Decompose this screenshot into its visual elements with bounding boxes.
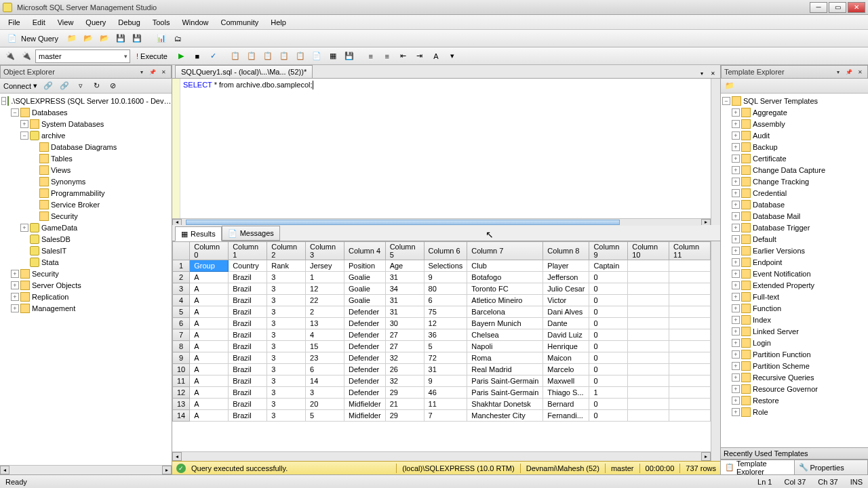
tab-list-icon[interactable]: ▾ (697, 68, 707, 78)
tb-more[interactable]: ▾ (445, 49, 460, 64)
template-item[interactable]: +Full-text (722, 291, 867, 302)
grid-cell[interactable]: 3 (267, 399, 306, 410)
table-row[interactable]: 14ABrazil35Midfielder297Manchester CityF… (173, 410, 711, 422)
menu-community[interactable]: Community (216, 17, 264, 28)
grid-cell[interactable]: 75 (424, 306, 467, 318)
grid-cell[interactable] (628, 410, 669, 422)
row-number[interactable]: 12 (173, 387, 190, 399)
grid-cell[interactable]: Chelsea (467, 329, 543, 341)
template-item[interactable]: +Endpoint (722, 256, 867, 268)
te-pin-icon[interactable]: 📌 (844, 67, 854, 77)
table-row[interactable]: 6ABrazil313Defender3012Bayern MunichDant… (173, 318, 711, 329)
grid-cell[interactable]: Dani Alves (543, 306, 589, 318)
tb-open-file[interactable]: 📂 (97, 31, 112, 46)
grid-cell[interactable]: A (190, 364, 229, 375)
template-item[interactable]: +Change Data Capture (722, 164, 867, 176)
grid-cell[interactable] (669, 364, 711, 375)
tb-open[interactable]: 📂 (81, 31, 96, 46)
template-item[interactable]: +Login (722, 337, 867, 348)
grid-cell[interactable]: Brazil (229, 318, 267, 329)
grid-cell[interactable]: 31 (424, 364, 467, 375)
tb-results-text[interactable]: 📄 (309, 49, 324, 64)
grid-cell[interactable]: 11 (424, 399, 467, 410)
scroll-left-icon[interactable]: ◂ (172, 219, 182, 226)
grid-cell[interactable]: A (190, 341, 229, 352)
editor-content[interactable]: SELECT * from archive.dbo.samplecol; (180, 79, 711, 218)
grid-cell[interactable]: 9 (424, 272, 467, 283)
template-item[interactable]: +Default (722, 233, 867, 245)
grid-cell[interactable]: Brazil (229, 399, 267, 410)
expander-icon[interactable]: + (732, 178, 740, 186)
grid-cell[interactable]: Brazil (229, 410, 267, 422)
grid-cell[interactable]: 9 (424, 375, 467, 387)
grid-cell[interactable]: 0 (589, 399, 628, 410)
grid-cell[interactable]: Brazil (229, 306, 267, 318)
expander-icon[interactable]: + (11, 281, 19, 289)
expander-icon[interactable]: − (722, 97, 730, 105)
tb-save[interactable]: 💾 (113, 31, 128, 46)
grid-cell[interactable] (628, 283, 669, 295)
grid-cell[interactable]: 13 (306, 318, 344, 329)
oe-tb-filter[interactable]: ▿ (73, 79, 88, 94)
grid-cell[interactable]: 31 (385, 306, 424, 318)
close-button[interactable]: ✕ (848, 2, 865, 13)
grid-cell[interactable]: Brazil (229, 295, 267, 306)
oe-hscroll[interactable]: ◂ ▸ (0, 465, 172, 474)
expander-icon[interactable]: + (732, 120, 740, 128)
grid-cell[interactable] (628, 341, 669, 352)
grid-cell[interactable]: Manchester City (467, 410, 543, 422)
column-header[interactable]: Column 6 (424, 242, 467, 260)
tb-new-project[interactable]: 📁 (64, 31, 79, 46)
grid-cell[interactable]: Dante (543, 318, 589, 329)
tree-security[interactable]: +Security (1, 268, 170, 279)
grid-cell[interactable] (628, 364, 669, 375)
table-row[interactable]: 7ABrazil34Defender2736ChelseaDavid Luiz0 (173, 329, 711, 341)
grid-cell[interactable]: 3 (267, 329, 306, 341)
grid-cell[interactable]: A (190, 306, 229, 318)
tb-stop[interactable]: ■ (190, 49, 205, 64)
editor-vscroll[interactable] (711, 79, 720, 225)
tb-outdent[interactable]: ⇤ (396, 49, 411, 64)
grid-cell[interactable]: 22 (306, 295, 344, 306)
grid-cell[interactable]: Age (385, 260, 424, 272)
grid-cell[interactable]: 72 (424, 352, 467, 364)
grid-cell[interactable]: Goalie (344, 295, 385, 306)
grid-cell[interactable]: 32 (385, 352, 424, 364)
tree-databases[interactable]: −Databases (1, 106, 170, 118)
tb-uncomment[interactable]: ≡ (380, 49, 395, 64)
grid-cell[interactable]: A (190, 399, 229, 410)
tb-specify-values[interactable]: A (429, 49, 443, 64)
grid-cell[interactable]: 5 (306, 410, 344, 422)
grid-cell[interactable] (669, 410, 711, 422)
grid-cell[interactable]: 3 (267, 410, 306, 422)
table-row[interactable]: 4ABrazil322Goalie316Atletico MineiroVict… (173, 295, 711, 306)
grid-cell[interactable]: 0 (589, 283, 628, 295)
grid-cell[interactable]: 31 (385, 272, 424, 283)
tree-management[interactable]: +Management (1, 302, 170, 314)
grid-cell[interactable] (628, 387, 669, 399)
te-tb-1[interactable]: 📁 (722, 79, 737, 94)
tree-replication[interactable]: +Replication (1, 291, 170, 302)
oe-pin-icon[interactable]: 📌 (148, 67, 157, 77)
column-header[interactable]: Column 5 (385, 242, 424, 260)
grid-cell[interactable]: Julio Cesar (543, 283, 589, 295)
oe-tb-2[interactable]: 🔗 (57, 79, 72, 94)
template-item[interactable]: +Index (722, 314, 867, 325)
te-dropdown-icon[interactable]: ▾ (833, 67, 843, 77)
grid-cell[interactable]: 34 (385, 283, 424, 295)
grid-cell[interactable] (628, 295, 669, 306)
tree-salesit-db[interactable]: SalesIT (1, 245, 170, 256)
grid-cell[interactable]: 0 (589, 341, 628, 352)
grid-cell[interactable]: Brazil (229, 375, 267, 387)
grid-cell[interactable]: A (190, 283, 229, 295)
grid-cell[interactable]: Brazil (229, 341, 267, 352)
grid-cell[interactable]: Paris Saint-Germain (467, 387, 543, 399)
grid-cell[interactable]: Rank (267, 260, 306, 272)
menu-tools[interactable]: Tools (147, 17, 176, 28)
grid-cell[interactable]: 14 (306, 375, 344, 387)
row-number[interactable]: 7 (173, 329, 190, 341)
table-row[interactable]: 2ABrazil31Goalie319BotafogoJefferson0 (173, 272, 711, 283)
grid-cell[interactable]: 31 (385, 295, 424, 306)
grid-cell[interactable]: 6 (424, 295, 467, 306)
menu-edit[interactable]: Edit (27, 17, 51, 28)
